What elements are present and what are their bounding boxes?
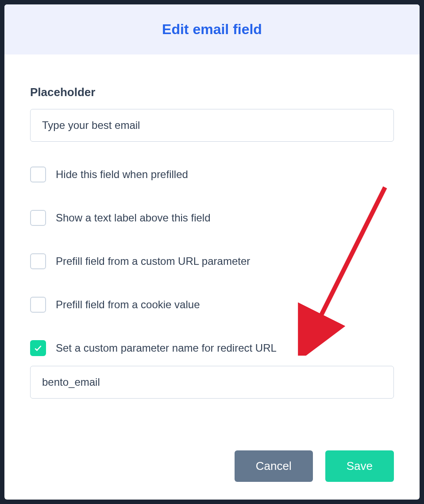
check-icon [34,344,42,353]
modal-actions: Cancel Save [30,424,394,482]
prefill-url-param-label: Prefill field from a custom URL paramete… [56,255,250,268]
hide-when-prefilled-label: Hide this field when prefilled [56,168,188,181]
option-prefill-cookie: Prefill field from a cookie value [30,297,394,313]
placeholder-label: Placeholder [30,85,394,99]
modal-title: Edit email field [13,21,411,38]
save-button[interactable]: Save [325,450,394,482]
option-hide-when-prefilled: Hide this field when prefilled [30,167,394,182]
hide-when-prefilled-checkbox[interactable] [30,167,46,182]
custom-redirect-param-input[interactable] [30,366,394,399]
custom-redirect-param-checkbox[interactable] [30,340,46,356]
modal-header: Edit email field [4,4,420,54]
option-prefill-url-param: Prefill field from a custom URL paramete… [30,253,394,269]
option-custom-redirect-param-container: Set a custom parameter name for redirect… [30,340,394,399]
show-text-label-checkbox[interactable] [30,210,46,226]
placeholder-input[interactable] [30,109,394,142]
modal-body: Placeholder Hide this field when prefill… [4,54,420,500]
prefill-cookie-label: Prefill field from a cookie value [56,299,200,311]
option-custom-redirect-param: Set a custom parameter name for redirect… [30,340,394,356]
custom-redirect-param-label: Set a custom parameter name for redirect… [56,342,277,354]
option-show-text-label: Show a text label above this field [30,210,394,226]
edit-email-field-modal: Edit email field Placeholder Hide this f… [4,4,420,500]
cancel-button[interactable]: Cancel [235,450,313,482]
options-group: Hide this field when prefilled Show a te… [30,167,394,399]
prefill-cookie-checkbox[interactable] [30,297,46,313]
prefill-url-param-checkbox[interactable] [30,253,46,269]
show-text-label-label: Show a text label above this field [56,212,211,224]
custom-redirect-param-input-wrapper [30,366,394,399]
